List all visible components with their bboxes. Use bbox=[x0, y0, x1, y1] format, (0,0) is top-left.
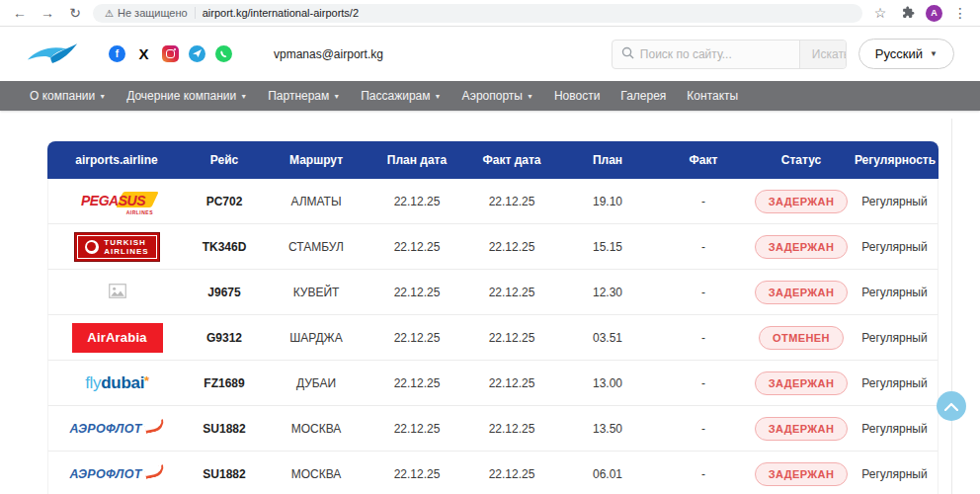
scroll-to-top-button[interactable] bbox=[937, 391, 966, 421]
nav-item-gallery[interactable]: Галерея bbox=[620, 89, 666, 103]
flight-number: J9675 bbox=[186, 270, 263, 315]
regularity: Регулярный bbox=[852, 406, 939, 452]
security-chip[interactable]: ⚠ Не защищено bbox=[105, 7, 188, 19]
fact-date: 22.12.25 bbox=[464, 179, 559, 224]
chevron-up-icon bbox=[944, 402, 958, 411]
social-links: f X bbox=[109, 45, 232, 62]
air-arabia-logo: AirArabia bbox=[72, 323, 163, 353]
airline-logo-cell: АЭРОФЛОТ bbox=[47, 452, 186, 494]
address-bar[interactable]: ⚠ Не защищено airport.kg/international-a… bbox=[93, 4, 862, 23]
search-input[interactable] bbox=[634, 47, 799, 61]
route: МОСКВА bbox=[263, 452, 369, 494]
chevron-down-icon: ▼ bbox=[240, 93, 247, 100]
status-cell: ЗАДЕРЖАН bbox=[751, 361, 852, 406]
nav-item-passengers[interactable]: Пассажирам▼ bbox=[361, 89, 441, 103]
nav-item-partners[interactable]: Партнерам▼ bbox=[268, 89, 340, 103]
flydubai-logo: flydubai* bbox=[85, 373, 149, 392]
bookmark-star-icon[interactable]: ☆ bbox=[870, 6, 890, 20]
airline-logo-cell: AirArabia bbox=[47, 315, 186, 361]
fact-time: - bbox=[656, 452, 751, 494]
search-submit-button[interactable]: Искать bbox=[799, 41, 847, 68]
nav-item-airports[interactable]: Аэропорты▼ bbox=[461, 89, 532, 103]
fact-date: 22.12.25 bbox=[464, 224, 559, 270]
flight-number: G9312 bbox=[186, 315, 263, 361]
x-twitter-icon[interactable]: X bbox=[135, 45, 152, 62]
col-header-plan-date: План дата bbox=[369, 141, 464, 179]
airport-logo[interactable] bbox=[26, 40, 79, 69]
fact-time: - bbox=[656, 224, 751, 270]
turkish-emblem bbox=[85, 240, 99, 254]
route: КУВЕЙТ bbox=[263, 270, 369, 315]
plan-time: 13.50 bbox=[559, 406, 656, 452]
plan-time: 06.01 bbox=[559, 452, 656, 494]
route: СТАМБУЛ bbox=[263, 224, 369, 270]
nav-item-subsidiaries[interactable]: Дочерние компании▼ bbox=[126, 89, 247, 103]
profile-avatar[interactable]: A bbox=[926, 5, 942, 22]
telegram-icon[interactable] bbox=[189, 45, 205, 62]
plan-date: 22.12.25 bbox=[369, 224, 464, 270]
table-row: flydubai* FZ1689 ДУБАИ 22.12.25 22.12.25… bbox=[47, 361, 939, 406]
regularity: Регулярный bbox=[852, 315, 939, 361]
flydubai-orange-mark: * bbox=[144, 373, 149, 388]
nav-item-contacts[interactable]: Контакты bbox=[687, 89, 738, 103]
route: ДУБАИ bbox=[263, 361, 369, 406]
reload-button-icon[interactable]: ↻ bbox=[65, 6, 85, 20]
table-row: АЭРОФЛОТ SU1882 МОСКВА 22.12.25 22.12.25… bbox=[47, 452, 939, 494]
status-cell: ЗАДЕРЖАН bbox=[751, 224, 852, 270]
status-cell: ЗАДЕРЖАН bbox=[751, 270, 852, 315]
plan-date: 22.12.25 bbox=[369, 406, 464, 452]
site-search: Искать bbox=[612, 40, 847, 69]
fact-time: - bbox=[656, 406, 751, 452]
search-icon bbox=[621, 45, 634, 63]
chevron-down-icon: ▼ bbox=[333, 93, 340, 100]
plan-time: 03.51 bbox=[559, 315, 656, 361]
flight-number: TK346D bbox=[186, 224, 263, 270]
status-badge: ЗАДЕРЖАН bbox=[755, 235, 849, 259]
instagram-icon[interactable] bbox=[162, 45, 179, 62]
contact-email: vpmanas@airport.kg bbox=[274, 47, 383, 61]
security-label: Не защищено bbox=[118, 7, 188, 19]
aeroflot-wing-swoosh bbox=[143, 419, 165, 434]
plan-date: 22.12.25 bbox=[369, 361, 464, 406]
airline-logo-cell: TURKISHAIRLINES bbox=[47, 224, 186, 270]
forward-button-icon[interactable]: → bbox=[38, 6, 57, 20]
table-row: J9675 КУВЕЙТ 22.12.25 22.12.25 12.30 - З… bbox=[47, 270, 939, 315]
status-badge: ОТМЕНЕН bbox=[759, 326, 844, 350]
nav-item-about[interactable]: О компании▼ bbox=[30, 89, 106, 103]
plan-date: 22.12.25 bbox=[369, 270, 464, 315]
col-header-airline: airports.airline bbox=[47, 141, 186, 179]
whatsapp-icon[interactable] bbox=[215, 45, 232, 62]
pegasus-airlines-logo: PEGASUS AIRLINES bbox=[79, 191, 155, 212]
nav-item-news[interactable]: Новости bbox=[554, 89, 600, 103]
regularity: Регулярный bbox=[852, 361, 939, 406]
plan-time: 13.00 bbox=[559, 361, 656, 406]
status-badge: ЗАДЕРЖАН bbox=[755, 462, 849, 486]
plan-date: 22.12.25 bbox=[369, 452, 464, 494]
col-header-status: Статус bbox=[751, 141, 852, 179]
fact-date: 22.12.25 bbox=[464, 315, 559, 361]
chevron-down-icon: ▼ bbox=[930, 49, 938, 58]
col-header-flight: Рейс bbox=[186, 141, 263, 179]
extensions-puzzle-icon[interactable] bbox=[898, 6, 918, 21]
airline-logo-cell: АЭРОФЛОТ bbox=[47, 406, 186, 452]
flights-table: airports.airline Рейс Маршрут План дата … bbox=[47, 141, 939, 494]
col-header-fact-date: Факт дата bbox=[464, 141, 559, 179]
language-label: Русский bbox=[875, 46, 923, 61]
regularity: Регулярный bbox=[852, 224, 939, 270]
fact-date: 22.12.25 bbox=[464, 406, 559, 452]
col-header-plan-time: План bbox=[559, 141, 656, 179]
browser-chrome: ← → ↻ ⚠ Не защищено airport.kg/internati… bbox=[0, 0, 980, 27]
plan-date: 22.12.25 bbox=[369, 179, 464, 224]
language-selector[interactable]: Русский ▼ bbox=[858, 39, 954, 69]
back-button-icon[interactable]: ← bbox=[10, 6, 30, 20]
chevron-down-icon: ▼ bbox=[527, 93, 533, 100]
table-row: PEGASUS AIRLINES PC702 АЛМАТЫ 22.12.25 2… bbox=[47, 179, 939, 224]
browser-menu-icon[interactable]: ⋮ bbox=[950, 6, 970, 20]
facebook-icon[interactable]: f bbox=[109, 45, 125, 62]
fact-time: - bbox=[656, 179, 751, 224]
route: АЛМАТЫ bbox=[263, 179, 369, 224]
status-badge: ЗАДЕРЖАН bbox=[755, 281, 849, 304]
fact-date: 22.12.25 bbox=[464, 452, 559, 494]
table-row: АЭРОФЛОТ SU1882 МОСКВА 22.12.25 22.12.25… bbox=[47, 406, 939, 452]
main-navigation: О компании▼ Дочерние компании▼ Партнерам… bbox=[0, 81, 980, 111]
